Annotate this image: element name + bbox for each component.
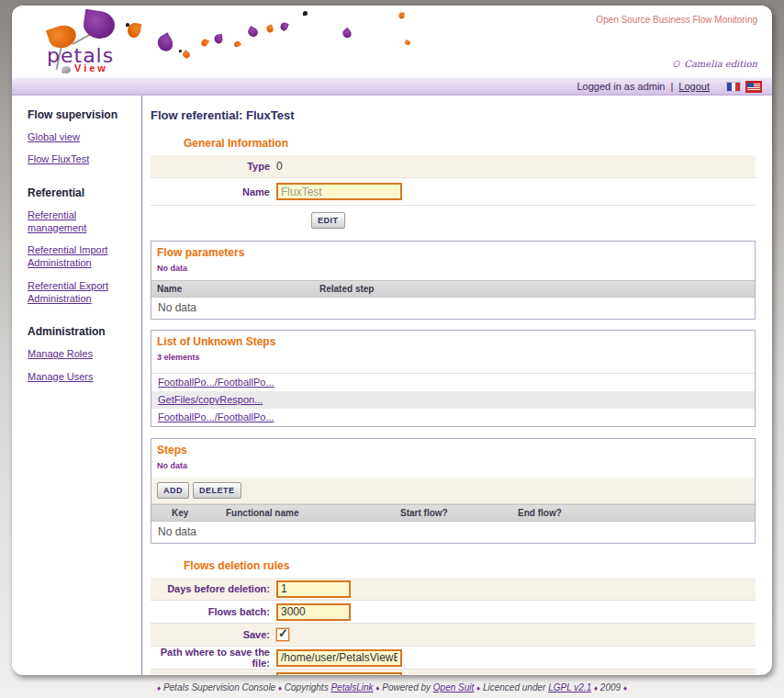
sidebar-item-flow-fluxtest[interactable]: Flow FluxTest [28, 152, 134, 165]
petal-decoration-icon [200, 38, 209, 47]
add-button[interactable]: ADD [157, 482, 189, 499]
steps-empty-row: No data [151, 522, 755, 543]
days-before-deletion-label: Days before deletion: [151, 583, 276, 594]
sidebar: Flow supervision Global view Flow FluxTe… [12, 96, 141, 675]
opensuit-link[interactable]: Open Suit [433, 682, 474, 692]
sidebar-item-referential-management[interactable]: Referential management [28, 208, 134, 235]
unknown-steps-box: List of Unknown Steps 3 elements Footbal… [151, 330, 756, 427]
petal-decoration-icon [265, 25, 274, 34]
petal-decoration-icon [182, 50, 192, 60]
footer: ♦ Petals Supervision Console ♦ Copyright… [0, 682, 784, 692]
lgpl-link[interactable]: LGPL v2.1 [548, 682, 591, 692]
logo-view-label: View [74, 62, 108, 73]
sidebar-item-referential-import[interactable]: Referential Import Administration [28, 243, 134, 270]
sidebar-item-global-view[interactable]: Global view [28, 130, 134, 143]
petal-decoration-icon [246, 26, 260, 39]
footer-licence-text: Licenced under [483, 682, 545, 692]
save-row: Save: [151, 624, 756, 647]
camelia-cat-icon: ꏿ [671, 58, 681, 70]
general-information-heading: General Information [184, 131, 756, 155]
diamond-icon: ♦ [623, 684, 627, 692]
column-related-step: Related step [314, 281, 755, 297]
logged-in-text: Logged in as admin [577, 81, 665, 92]
petal-decoration-icon [233, 40, 241, 49]
diamond-icon: ♦ [157, 684, 161, 692]
steps-heading: Steps [151, 439, 755, 459]
petal-decoration-icon [214, 34, 224, 44]
flows-batch-input[interactable] [276, 603, 351, 621]
days-before-deletion-row: Days before deletion: [151, 578, 756, 601]
steps-status: No data [151, 459, 755, 478]
header: petals View Open Source Business Flow Mo… [12, 6, 772, 77]
unknown-steps-heading: List of Unknown Steps [151, 331, 755, 351]
column-name: Name [151, 281, 314, 297]
petal-dot-icon [126, 23, 129, 27]
days-before-deletion-input[interactable] [276, 580, 351, 598]
name-input[interactable] [276, 183, 402, 200]
unknown-step-link[interactable]: GetFiles/copyRespon... [151, 391, 755, 409]
deletion-rules-heading: Flows deletion rules [184, 554, 756, 578]
footer-year-text: 2009 [600, 682, 621, 692]
us-flag-icon[interactable] [746, 82, 761, 92]
edit-button[interactable]: EDIT [311, 212, 345, 229]
column-key: Key [151, 505, 220, 521]
sidebar-section-referential: Referential [28, 186, 134, 199]
type-label: Type [151, 161, 276, 172]
flow-parameters-heading: Flow parameters [151, 242, 755, 262]
name-row: Name [151, 178, 756, 206]
file-name-input[interactable] [276, 672, 402, 676]
flows-batch-label: Flows batch: [151, 606, 276, 617]
logo-pebble-icon [62, 66, 71, 73]
steps-toolbar: ADD DELETE [151, 478, 755, 504]
save-checkbox[interactable] [276, 628, 289, 641]
petal-decoration-icon [341, 28, 353, 39]
save-label: Save: [151, 629, 276, 640]
footer-copyrights-text: Copyrights [285, 682, 329, 692]
column-end-flow: End flow? [512, 505, 755, 521]
diamond-icon: ♦ [375, 684, 379, 692]
logout-link[interactable]: Logout [678, 81, 710, 92]
petal-decoration-icon [155, 32, 176, 54]
sidebar-section-administration: Administration [28, 325, 134, 338]
footer-console-text: Petals Supervision Console [163, 682, 275, 692]
type-row: Type 0 [151, 155, 756, 178]
login-separator: | [670, 81, 673, 92]
petal-dot-icon [179, 50, 182, 52]
column-functional-name: Functional name [220, 505, 395, 521]
app-window: petals View Open Source Business Flow Mo… [12, 6, 772, 675]
main-content: Flow referential: FluxTest General Infor… [141, 96, 772, 675]
save-path-input[interactable] [276, 649, 402, 667]
petal-decoration-icon [399, 13, 405, 19]
sidebar-item-manage-users[interactable]: Manage Users [28, 370, 134, 383]
steps-box: Steps No data ADD DELETE Key Functional … [151, 438, 756, 544]
page-title: Flow referential: FluxTest [151, 108, 756, 122]
type-value: 0 [276, 160, 283, 173]
delete-button[interactable]: DELETE [193, 482, 241, 499]
unknown-step-link[interactable]: FootballPo.../FootballPo... [151, 409, 755, 426]
steps-table-header: Key Functional name Start flow? End flow… [151, 504, 755, 522]
diamond-icon: ♦ [476, 684, 480, 692]
footer-powered-text: Powered by [382, 682, 431, 692]
flow-parameters-empty-row: No data [151, 298, 755, 319]
column-start-flow: Start flow? [395, 505, 512, 521]
sidebar-item-manage-roles[interactable]: Manage Roles [28, 347, 134, 360]
sidebar-section-flow-supervision: Flow supervision [28, 108, 134, 121]
petals-view-logo: petals View [39, 9, 150, 75]
petal-dot-icon [303, 11, 308, 16]
petal-decoration-icon [279, 21, 289, 31]
unknown-step-link[interactable]: FootballPo.../FootballPo... [151, 374, 755, 391]
petal-decoration-icon [404, 39, 410, 46]
diamond-icon: ♦ [278, 684, 282, 692]
login-bar: Logged in as admin | Logout [12, 77, 772, 96]
flows-batch-row: Flows batch: [151, 601, 756, 624]
save-path-label: Path where to save the file: [151, 647, 276, 669]
save-path-row: Path where to save the file: [151, 647, 756, 670]
petalslink-link[interactable]: PetalsLink [330, 682, 373, 692]
flow-parameters-box: Flow parameters No data Name Related ste… [151, 241, 756, 320]
french-flag-icon[interactable] [726, 82, 741, 92]
edition-label: ꏿ Camelia edition [671, 58, 757, 70]
unknown-steps-count: 3 elements [151, 351, 755, 374]
diamond-icon: ♦ [594, 684, 598, 692]
flow-parameters-status: No data [151, 262, 755, 280]
sidebar-item-referential-export[interactable]: Referential Export Administration [28, 279, 134, 306]
